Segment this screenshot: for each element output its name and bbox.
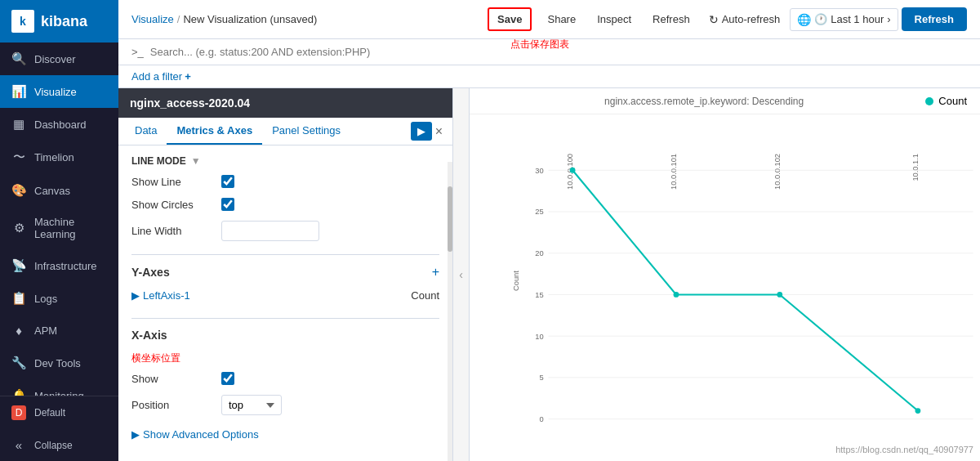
- sidebar-nav: 🔍 Discover 📊 Visualize ▦ Dashboard 〜 Tim…: [0, 43, 118, 396]
- x-show-label: Show: [131, 373, 213, 385]
- panel-body: Line Mode ▼ Show Line Show Circles Line …: [118, 145, 452, 461]
- sidebar-item-timelion[interactable]: 〜 Timelion: [0, 141, 118, 174]
- breadcrumb-separator: /: [177, 13, 180, 25]
- share-button[interactable]: Share: [538, 8, 585, 30]
- line-width-label: Line Width: [131, 225, 213, 237]
- y-axes-title: Y-Axes: [131, 266, 170, 279]
- panel-scrollbar[interactable]: [448, 162, 452, 461]
- y-axes-section: Y-Axes + ▶ LeftAxis-1 Count: [131, 254, 439, 305]
- left-axis-item: ▶ LeftAxis-1 Count: [131, 286, 439, 305]
- x-axis-title: X-Axis: [131, 329, 439, 342]
- x-axis-section: X-Axis 横坐标位置 Show Position top bottom: [131, 318, 439, 441]
- apm-icon: ♦: [11, 324, 26, 338]
- left-panel: nginx_access-2020.04 Data Metrics & Axes…: [118, 88, 453, 461]
- timelion-icon: 〜: [11, 150, 26, 165]
- x-position-select[interactable]: top bottom: [221, 395, 282, 415]
- ytick-10: 10: [535, 333, 543, 341]
- close-panel-button[interactable]: ×: [432, 121, 446, 142]
- ml-icon: ⚙: [11, 221, 26, 235]
- breadcrumb-root[interactable]: Visualize: [131, 13, 174, 25]
- sidebar: k kibana 🔍 Discover 📊 Visualize ▦ Dashbo…: [0, 0, 118, 461]
- sidebar-item-ml[interactable]: ⚙ Machine Learning: [0, 207, 118, 249]
- add-y-axis-button[interactable]: +: [432, 265, 439, 280]
- data-point-1: [674, 292, 679, 298]
- sidebar-item-collapse[interactable]: « Collapse: [0, 429, 118, 461]
- app-logo[interactable]: k kibana: [0, 0, 118, 43]
- auto-refresh-icon: ↻: [709, 13, 719, 26]
- main-content: Visualize / New Visualization (unsaved) …: [118, 0, 980, 461]
- sidebar-item-visualize[interactable]: 📊 Visualize: [0, 75, 118, 108]
- panel-scrollbar-thumb: [448, 186, 452, 252]
- line-mode-label: Line Mode: [131, 155, 186, 167]
- x-label-2: 10.0.0.102: [773, 154, 782, 190]
- canvas-icon: 🎨: [11, 183, 26, 198]
- data-point-0: [570, 168, 576, 173]
- line-width-row: Line Width: [131, 221, 439, 241]
- infra-icon: 📡: [11, 258, 26, 273]
- sidebar-item-monitoring[interactable]: 🔔 Monitoring: [0, 379, 118, 396]
- line-width-input[interactable]: [221, 221, 319, 241]
- tab-panel-settings[interactable]: Panel Settings: [262, 118, 350, 145]
- show-line-checkbox[interactable]: [221, 175, 234, 188]
- auto-refresh-toggle[interactable]: ↻ Auto-refresh: [702, 9, 787, 30]
- sidebar-item-discover[interactable]: 🔍 Discover: [0, 43, 118, 75]
- x-label-1: 10.0.0.101: [670, 154, 678, 190]
- legend-dot: [925, 97, 933, 105]
- search-prompt: >_: [131, 46, 144, 58]
- left-axis-link[interactable]: ▶ LeftAxis-1: [131, 289, 190, 302]
- tab-data[interactable]: Data: [125, 118, 167, 145]
- sidebar-item-label: Timelion: [34, 151, 74, 163]
- x-show-row: Show: [131, 372, 439, 385]
- discover-icon: 🔍: [11, 51, 26, 66]
- last-time-label: Last 1 hour: [831, 13, 884, 25]
- topbar-actions: Save 点击保存图表 Share Inspect Refresh ↻ Auto…: [488, 7, 967, 31]
- sidebar-item-label: Dev Tools: [34, 357, 81, 369]
- y-axes-header: Y-Axes +: [131, 265, 439, 280]
- sidebar-item-apm[interactable]: ♦ APM: [0, 315, 118, 347]
- x-label-3: 10.0.1.1: [911, 154, 920, 181]
- sidebar-item-label: APM: [34, 324, 57, 337]
- inspect-button[interactable]: Inspect: [588, 8, 640, 30]
- add-filter-button[interactable]: Add a filter +: [131, 70, 191, 83]
- panel-tabs: Data Metrics & Axes Panel Settings ▶ ×: [118, 118, 452, 145]
- chevron-right-icon: ▶: [131, 289, 140, 302]
- breadcrumb: Visualize / New Visualization (unsaved): [131, 13, 317, 25]
- sidebar-item-label: Monitoring: [34, 390, 84, 396]
- add-filter-icon: +: [185, 70, 191, 83]
- chart-line: [572, 170, 918, 410]
- globe-icon: 🌐: [797, 13, 811, 26]
- auto-refresh-label: Auto-refresh: [722, 13, 781, 25]
- clock-icon: 🕐: [814, 13, 827, 25]
- chart-legend: Count: [925, 95, 967, 107]
- chart-container: 10.0.0.100 10.0.0.101 10.0.0.102 10.0.1.…: [470, 114, 980, 461]
- sidebar-item-label: Machine Learning: [34, 216, 107, 240]
- sidebar-item-dashboard[interactable]: ▦ Dashboard: [0, 108, 118, 141]
- y-axis-count: Count: [411, 289, 439, 302]
- sidebar-item-logs[interactable]: 📋 Logs: [0, 282, 118, 315]
- run-button[interactable]: ▶: [411, 122, 432, 141]
- x-position-label: Position: [131, 399, 213, 411]
- x-show-checkbox[interactable]: [221, 372, 234, 385]
- refresh-plain-button[interactable]: Refresh: [644, 8, 699, 30]
- chart-topbar: nginx.access.remote_ip.keyword: Descendi…: [470, 88, 980, 114]
- sidebar-item-infrastructure[interactable]: 📡 Infrastructure: [0, 249, 118, 282]
- refresh-button[interactable]: Refresh: [902, 7, 967, 31]
- sidebar-item-label: Default: [34, 407, 65, 418]
- sidebar-item-label: Discover: [34, 53, 76, 65]
- sidebar-item-default[interactable]: D Default: [0, 396, 118, 429]
- sidebar-item-devtools[interactable]: 🔧 Dev Tools: [0, 347, 118, 379]
- app-name: kibana: [41, 13, 87, 30]
- line-mode-chevron: ▼: [191, 155, 201, 167]
- sidebar-item-label: Canvas: [34, 185, 70, 197]
- save-button[interactable]: Save: [488, 7, 532, 31]
- show-advanced-button[interactable]: ▶ Show Advanced Options: [131, 428, 439, 441]
- sidebar-item-canvas[interactable]: 🎨 Canvas: [0, 174, 118, 207]
- logs-icon: 📋: [11, 291, 26, 306]
- time-picker[interactable]: 🌐 🕐 Last 1 hour ›: [790, 8, 898, 31]
- panel-collapse-btn[interactable]: ‹: [453, 88, 470, 461]
- breadcrumb-current: New Visualization (unsaved): [183, 13, 317, 25]
- tab-metrics-axes[interactable]: Metrics & Axes: [167, 118, 262, 145]
- show-circles-label: Show Circles: [131, 199, 213, 211]
- show-circles-checkbox[interactable]: [221, 198, 234, 211]
- ytick-30: 30: [535, 167, 543, 175]
